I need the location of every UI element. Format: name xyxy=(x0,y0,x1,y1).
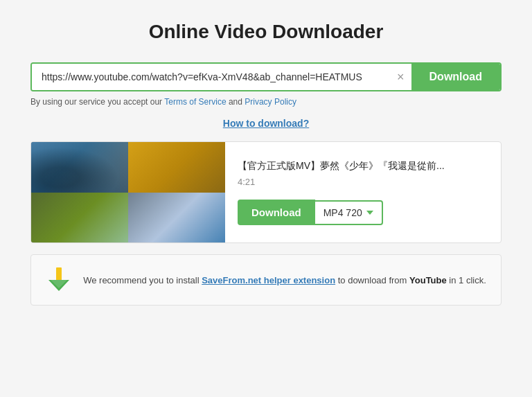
extension-link[interactable]: SaveFrom.net helper extension xyxy=(202,275,335,285)
video-card: 【官方正式版MV】夢然《少年》『我還是從前... 4:21 Download M… xyxy=(30,141,502,243)
search-bar: × Download xyxy=(30,62,502,91)
terms-of-service-link[interactable]: Terms of Service xyxy=(164,97,226,107)
thumb-4 xyxy=(128,193,225,243)
video-download-button[interactable]: Download xyxy=(238,200,315,225)
page-title: Online Video Downloader xyxy=(149,21,384,43)
clear-button[interactable]: × xyxy=(390,64,411,90)
format-selector[interactable]: MP4 720 xyxy=(315,200,383,225)
privacy-policy-link[interactable]: Privacy Policy xyxy=(245,97,296,107)
thumbnail-collage xyxy=(31,142,225,242)
video-title: 【官方正式版MV】夢然《少年》『我還是從前... xyxy=(238,159,488,173)
url-input[interactable] xyxy=(32,64,390,90)
recommend-banner: We recommend you to install SaveFrom.net… xyxy=(30,254,502,306)
how-to-download-link[interactable]: How to download? xyxy=(30,118,502,129)
youtube-label: YouTube xyxy=(409,275,447,285)
chevron-down-icon xyxy=(366,211,373,215)
search-section: × Download By using our service you acce… xyxy=(30,62,502,107)
video-duration: 4:21 xyxy=(238,177,488,187)
main-download-button[interactable]: Download xyxy=(411,64,500,90)
thumb-3 xyxy=(31,193,128,243)
thumb-1 xyxy=(31,142,128,193)
format-label: MP4 720 xyxy=(323,207,362,218)
recommend-text: We recommend you to install SaveFrom.net… xyxy=(82,275,487,285)
terms-text: By using our service you accept our Term… xyxy=(30,97,296,107)
download-action: Download MP4 720 xyxy=(238,200,488,225)
thumb-2 xyxy=(128,142,225,193)
download-arrow-icon xyxy=(45,266,73,294)
video-info: 【官方正式版MV】夢然《少年》『我還是從前... 4:21 Download M… xyxy=(225,142,501,242)
video-thumbnail xyxy=(31,142,225,242)
